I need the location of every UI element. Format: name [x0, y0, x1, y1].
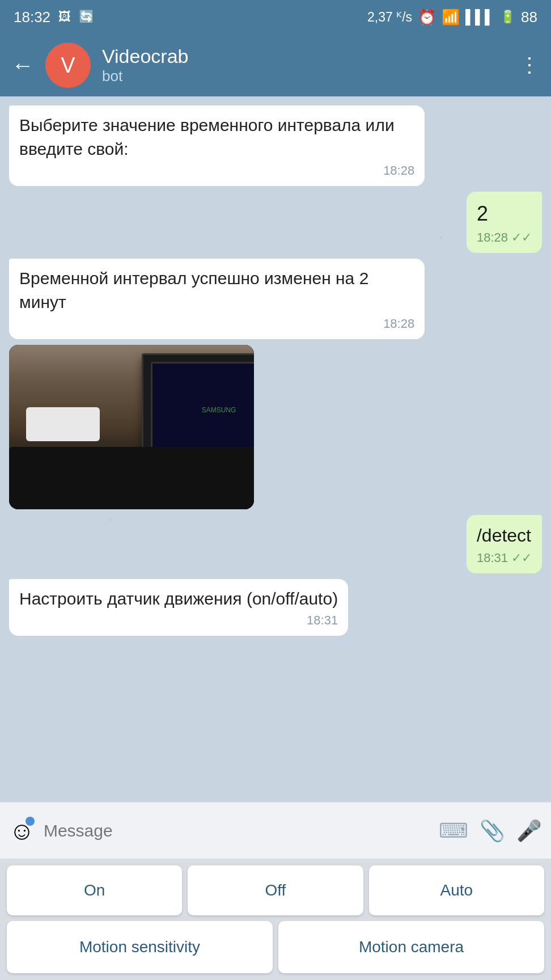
header-info: Videocrab bot [102, 45, 508, 85]
back-button[interactable]: ← [11, 53, 34, 78]
message-row: 2 18:28 ✓✓ [9, 192, 542, 253]
read-receipts: ✓✓ [511, 230, 532, 245]
speed-indicator: 2,37 ᴷ/s [367, 10, 412, 25]
battery-icon: 🔋 [500, 10, 515, 24]
chat-image: SAMSUNG 18:30 [9, 345, 254, 509]
attach-button[interactable]: 📎 [480, 819, 505, 843]
message-meta: 18:28 [19, 316, 414, 331]
contact-name: Videocrab [102, 45, 508, 67]
keyboard-row-2: Motion sensitivity Motion camera [7, 921, 544, 973]
message-time: 18:28 [383, 316, 414, 331]
message-bubble: Временной интервал успешно изменен на 2 … [9, 259, 425, 339]
mic-button[interactable]: 🎤 [516, 819, 542, 843]
btn-motion-camera[interactable]: Motion camera [278, 921, 544, 973]
keyboard-toggle-button[interactable]: ⌨ [439, 819, 468, 843]
message-bubble: Настроить датчик движения (on/off/auto) … [9, 579, 348, 636]
message-text: Настроить датчик движения (on/off/auto) [19, 587, 338, 611]
bot-keyboard: On Off Auto Motion sensitivity Motion ca… [0, 859, 551, 980]
signal-icon: ▌▌▌ [465, 9, 494, 25]
keyboard-row-1: On Off Auto [7, 865, 544, 915]
more-options-button[interactable]: ⋮ [519, 53, 540, 77]
message-text: Временной интервал успешно изменен на 2 … [19, 267, 414, 314]
avatar: V [45, 43, 91, 88]
message-time: 18:31 [477, 551, 508, 565]
contact-status: bot [102, 67, 508, 85]
keyboard [9, 447, 254, 509]
message-row: /detect 18:31 ✓✓ [9, 515, 542, 573]
btn-motion-sensitivity[interactable]: Motion sensitivity [7, 921, 273, 973]
message-meta: 18:31 ✓✓ [477, 551, 532, 565]
monitor: SAMSUNG [151, 362, 254, 458]
input-icons: ⌨ 📎 🎤 [439, 819, 542, 843]
message-time: 18:31 [307, 613, 338, 628]
btn-off[interactable]: Off [188, 865, 363, 915]
message-time: 18:28 [477, 230, 508, 245]
input-area: ☺ ⌨ 📎 🎤 [0, 802, 551, 859]
message-meta: 18:28 [19, 163, 414, 178]
read-receipts: ✓✓ [511, 551, 532, 565]
btn-auto[interactable]: Auto [369, 865, 544, 915]
btn-on[interactable]: On [7, 865, 182, 915]
message-text: 2 [477, 200, 532, 228]
message-text: Выберите значение временного интервала и… [19, 113, 414, 161]
status-right: 2,37 ᴷ/s ⏰ 📶 ▌▌▌ 🔋 88 [367, 9, 537, 26]
router [26, 407, 100, 441]
wifi-icon: 📶 [442, 9, 460, 26]
emoji-notification-dot [26, 817, 35, 826]
message-row: Настроить датчик движения (on/off/auto) … [9, 579, 542, 636]
message-text: /detect [477, 523, 532, 548]
status-time: 18:32 [14, 9, 50, 26]
message-bubble: 2 18:28 ✓✓ [467, 192, 542, 253]
status-left: 18:32 🖼 🔄 [14, 9, 94, 26]
chat-header: ← V Videocrab bot ⋮ [0, 34, 551, 96]
clock-icon: ⏰ [418, 9, 436, 26]
emoji-container: ☺ [9, 817, 35, 845]
sync-icon: 🔄 [79, 10, 94, 24]
message-time: 18:28 [383, 163, 414, 178]
image-row: SAMSUNG 18:30 ↩ [9, 345, 315, 509]
chat-area: Выберите значение временного интервала и… [0, 96, 551, 802]
message-meta: 18:31 [19, 613, 338, 628]
image-bubble[interactable]: SAMSUNG 18:30 [9, 345, 254, 509]
message-bubble: /detect 18:31 ✓✓ [467, 515, 542, 573]
keyboard-keys [9, 447, 254, 458]
message-bubble: Выберите значение временного интервала и… [9, 105, 425, 186]
status-bar: 18:32 🖼 🔄 2,37 ᴷ/s ⏰ 📶 ▌▌▌ 🔋 88 [0, 0, 551, 34]
message-row: Выберите значение временного интервала и… [9, 105, 542, 186]
message-row: SAMSUNG 18:30 ↩ [9, 345, 542, 509]
message-row: Временной интервал успешно изменен на 2 … [9, 259, 542, 339]
battery-level: 88 [521, 9, 537, 26]
image-icon: 🖼 [58, 10, 71, 24]
message-meta: 18:28 ✓✓ [477, 230, 532, 245]
message-input[interactable] [44, 821, 430, 840]
